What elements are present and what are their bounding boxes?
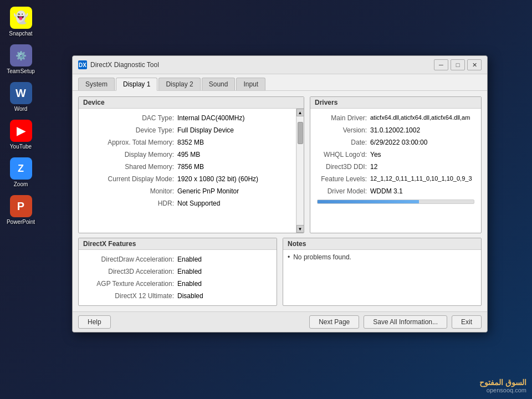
tab-bar: System Display 1 Display 2 Sound Input (73, 74, 487, 91)
taskbar-icons: 👻 Snapchat ⚙️ TeamSetup W Word ▶ YouTube… (0, 0, 42, 399)
device-field-2: Approx. Total Memory: 8352 MB (83, 136, 291, 149)
device-panel: Device DAC Type: Internal DAC(400MHz) De… (78, 96, 304, 233)
device-field-1: Device Type: Full Display Device (83, 124, 291, 136)
tab-display1[interactable]: Display 1 (116, 78, 157, 91)
window-icon: DX (78, 60, 87, 69)
device-panel-title: Device (79, 97, 304, 109)
drivers-panel-body: Main Driver: aticfx64.dll,aticfx64.dll,a… (310, 109, 481, 233)
driver-progress-bar (317, 200, 474, 204)
device-field-3: Display Memory: 495 MB (83, 149, 291, 161)
close-button[interactable]: ✕ (467, 59, 482, 70)
youtube-label: YouTube (10, 144, 32, 150)
notes-item-0: • No problems found. (288, 253, 477, 261)
driver-field-5: Feature Levels: 12_1,12_0,11_1,11_0,10_1… (315, 173, 477, 185)
feature-field-1: Direct3D Acceleration: Enabled (83, 265, 272, 278)
device-field-5: Current Display Mode: 1920 x 1080 (32 bi… (83, 173, 291, 185)
zoom-label: Zoom (14, 181, 28, 187)
window-title: DirectX Diagnostic Tool (90, 61, 159, 69)
drivers-panel-title: Drivers (310, 97, 481, 109)
feature-field-3: DirectX 12 Ultimate: Disabled (83, 290, 272, 302)
driver-field-3: WHQL Logo'd: Yes (315, 149, 477, 161)
feature-field-0: DirectDraw Acceleration: Enabled (83, 253, 272, 265)
scroll-down-btn[interactable]: ▼ (296, 225, 304, 233)
driver-field-6: Driver Model: WDDM 3.1 (315, 185, 477, 197)
teamsetup-label: TeamSetup (7, 68, 35, 74)
features-panel: DirectX Features DirectDraw Acceleration… (78, 238, 277, 306)
device-field-6: Monitor: Generic PnP Monitor (83, 185, 291, 197)
device-field-7: HDR: Not Supported (83, 197, 291, 209)
snapchat-icon[interactable]: 👻 Snapchat (3, 4, 39, 39)
tab-sound[interactable]: Sound (202, 78, 236, 90)
next-page-button[interactable]: Next Page (309, 315, 359, 329)
maximize-button[interactable]: □ (451, 59, 465, 70)
window-content: Device DAC Type: Internal DAC(400MHz) De… (73, 91, 487, 311)
scroll-thumb[interactable] (298, 122, 303, 144)
title-bar: DX DirectX Diagnostic Tool ─ □ ✕ (73, 56, 487, 74)
device-field-4: Shared Memory: 7856 MB (83, 161, 291, 173)
tab-system[interactable]: System (78, 78, 115, 90)
device-field-0: DAC Type: Internal DAC(400MHz) (83, 112, 291, 124)
teamsetup-icon[interactable]: ⚙️ TeamSetup (3, 42, 39, 76)
device-scrollbar[interactable]: ▲ ▼ (296, 109, 304, 233)
word-label: Word (14, 106, 28, 112)
powerpoint-icon[interactable]: P PowerPoint (3, 193, 39, 227)
driver-progress-fill (318, 200, 419, 203)
driver-field-4: Direct3D DDI: 12 (315, 161, 477, 173)
zoom-icon[interactable]: Z Zoom (3, 155, 39, 190)
features-panel-body: DirectDraw Acceleration: Enabled Direct3… (79, 250, 277, 305)
tab-input[interactable]: Input (236, 78, 265, 90)
top-panels: Device DAC Type: Internal DAC(400MHz) De… (78, 96, 482, 233)
window-controls: ─ □ ✕ (434, 59, 482, 70)
notes-panel: Notes • No problems found. (283, 238, 482, 306)
bottom-bar: Help Next Page Save All Information... E… (73, 311, 487, 332)
driver-field-2: Date: 6/29/2022 03:00:00 (315, 136, 477, 149)
features-panel-title: DirectX Features (79, 238, 277, 250)
feature-field-2: AGP Texture Acceleration: Enabled (83, 278, 272, 290)
save-all-button[interactable]: Save All Information... (364, 315, 447, 329)
exit-button[interactable]: Exit (452, 315, 482, 329)
driver-field-0: Main Driver: aticfx64.dll,aticfx64.dll,a… (315, 112, 477, 124)
snapchat-label: Snapchat (9, 30, 32, 37)
desktop: 👻 Snapchat ⚙️ TeamSetup W Word ▶ YouTube… (0, 0, 532, 399)
word-icon[interactable]: W Word (3, 80, 39, 114)
bottom-logo: السوق المفتوح opensooq.com (479, 378, 526, 393)
powerpoint-label: PowerPoint (7, 219, 35, 225)
minimize-button[interactable]: ─ (434, 59, 448, 70)
device-panel-body: DAC Type: Internal DAC(400MHz) Device Ty… (79, 109, 296, 233)
notes-panel-body: • No problems found. (283, 250, 481, 283)
bottom-panels: DirectX Features DirectDraw Acceleration… (78, 238, 482, 306)
youtube-icon[interactable]: ▶ YouTube (3, 117, 39, 152)
drivers-panel: Drivers Main Driver: aticfx64.dll,aticfx… (310, 96, 482, 233)
driver-field-1: Version: 31.0.12002.1002 (315, 124, 477, 136)
dxdiag-window: DX DirectX Diagnostic Tool ─ □ ✕ System … (72, 55, 488, 332)
help-button[interactable]: Help (78, 315, 111, 329)
tab-display2[interactable]: Display 2 (158, 78, 200, 90)
scroll-track (297, 116, 304, 225)
notes-panel-title: Notes (283, 238, 481, 250)
scroll-up-btn[interactable]: ▲ (296, 109, 304, 116)
